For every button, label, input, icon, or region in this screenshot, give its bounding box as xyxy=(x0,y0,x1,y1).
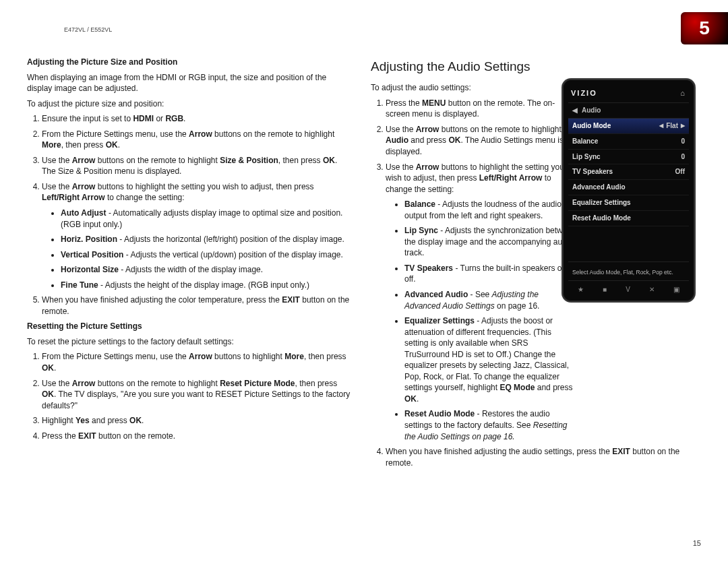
bullet: Reset Audio Mode - Restores the audio se… xyxy=(404,408,574,442)
bullet: Equalizer Settings - Adjusts the boost o… xyxy=(404,315,574,404)
osd-menu: VIZIO ⌂ ◀ Audio Audio Mode◀Flat▶Balance0… xyxy=(563,80,694,301)
step: Press the EXIT button on the remote. xyxy=(42,431,351,442)
model-header: E472VL / E552VL xyxy=(64,26,112,34)
left-column: Adjusting the Picture Size and Position … xyxy=(27,54,351,472)
step: Use the Arrow buttons to highlight the s… xyxy=(386,162,574,443)
home-icon: ⌂ xyxy=(680,88,686,98)
intro-reset-picture: To reset the picture settings to the fac… xyxy=(27,336,351,348)
osd-row-label: Equalizer Settings xyxy=(572,198,631,208)
bullet: Advanced Audio - See Adjusting the Advan… xyxy=(404,289,574,311)
intro-picture-size: When displaying an image from the HDMI o… xyxy=(27,72,351,94)
step: Ensure the input is set to HDMI or RGB. xyxy=(42,113,351,125)
subhead-picture-size: Adjusting the Picture Size and Position xyxy=(27,57,351,68)
osd-nav-icon: V xyxy=(626,285,630,294)
osd-hint: Select Audio Mode, Flat, Rock, Pop etc. xyxy=(568,261,689,281)
bullet: Auto Adjust - Automatically adjusts disp… xyxy=(61,208,351,230)
osd-row: Audio Mode◀Flat▶ xyxy=(568,119,689,134)
arrow-left-icon: ◀ xyxy=(659,122,663,129)
osd-row: TV SpeakersOff xyxy=(568,164,689,180)
osd-row-label: Audio Mode xyxy=(572,121,611,131)
osd-row: Balance0 xyxy=(568,134,689,150)
arrow-right-icon: ▶ xyxy=(681,122,685,129)
step: Highlight Yes and press OK. xyxy=(42,415,351,427)
step: From the Picture Settings menu, use the … xyxy=(42,351,351,373)
osd-row-value: Off xyxy=(675,167,685,177)
steps-picture-size: Ensure the input is set to HDMI or RGB. … xyxy=(27,113,351,317)
osd-row-label: Advanced Audio xyxy=(572,183,626,192)
step: When you have finished adjusting the col… xyxy=(42,294,351,317)
osd-row-label: TV Speakers xyxy=(572,167,613,177)
osd-nav-icon: ■ xyxy=(603,285,607,294)
osd-breadcrumb: ◀ Audio xyxy=(568,102,689,119)
lead-picture-size: To adjust the picture size and position: xyxy=(27,98,351,110)
steps-reset-picture: From the Picture Settings menu, use the … xyxy=(27,351,351,441)
bullet: Horiz. Position - Adjusts the horizontal… xyxy=(61,234,351,245)
osd-row-label: Lip Sync xyxy=(572,152,601,162)
bullet: TV Speakers - Turns the built-in speaker… xyxy=(404,263,577,285)
bullet: Horizontal Size - Adjusts the width of t… xyxy=(61,264,351,276)
osd-bottom-icons: ★■V✕▣ xyxy=(568,280,689,294)
chevron-left-icon: ◀ xyxy=(572,106,578,115)
osd-row: Lip Sync0 xyxy=(568,150,689,165)
sub-bullets: Balance - Adjusts the loudness of the au… xyxy=(386,199,574,442)
step: When you have finished adjusting the aud… xyxy=(386,446,694,468)
osd-row-value: 0 xyxy=(681,137,685,146)
osd-row: Advanced Audio xyxy=(568,180,689,195)
subhead-reset-picture: Resetting the Picture Settings xyxy=(27,321,351,332)
page-number: 15 xyxy=(693,538,701,549)
osd-row-value: 0 xyxy=(681,152,685,162)
bullet: Vertical Position - Adjusts the vertical… xyxy=(61,249,351,261)
bullet: Fine Tune - Adjusts the height of the di… xyxy=(61,280,351,291)
step: Use the Arrow buttons on the remote to h… xyxy=(386,124,574,158)
osd-nav-icon: ✕ xyxy=(649,285,655,294)
sub-bullets: Auto Adjust - Automatically adjusts disp… xyxy=(42,208,351,290)
osd-row: Equalizer Settings xyxy=(568,195,689,211)
step: Use the Arrow buttons to highlight the s… xyxy=(42,181,351,290)
osd-nav-icon: ★ xyxy=(578,285,584,294)
osd-row-value: ◀Flat▶ xyxy=(659,121,685,131)
osd-row: Reset Audio Mode xyxy=(568,211,689,226)
osd-header: VIZIO ⌂ xyxy=(568,86,689,102)
bullet: Lip Sync - Adjusts the synchronization b… xyxy=(404,225,577,259)
step: From the Picture Settings menu, use the … xyxy=(42,129,351,151)
chapter-tab: 5 xyxy=(681,12,728,44)
osd-row-label: Balance xyxy=(572,137,598,146)
bullet: Balance - Adjusts the loudness of the au… xyxy=(404,199,577,221)
section-title-audio: Adjusting the Audio Settings xyxy=(371,58,694,75)
right-column: Adjusting the Audio Settings To adjust t… xyxy=(371,54,694,472)
page-content: Adjusting the Picture Size and Position … xyxy=(27,54,701,472)
osd-row-label: Reset Audio Mode xyxy=(572,214,631,223)
step: Use the Arrow buttons on the remote to h… xyxy=(42,378,351,412)
osd-nav-icon: ▣ xyxy=(673,285,679,294)
osd-crumb-label: Audio xyxy=(582,106,601,115)
step: Press the MENU button on the remote. The… xyxy=(386,98,574,120)
osd-rows: Audio Mode◀Flat▶Balance0Lip Sync0TV Spea… xyxy=(568,119,689,226)
step: Use the Arrow buttons on the remote to h… xyxy=(42,155,351,177)
osd-brand: VIZIO xyxy=(571,88,597,98)
